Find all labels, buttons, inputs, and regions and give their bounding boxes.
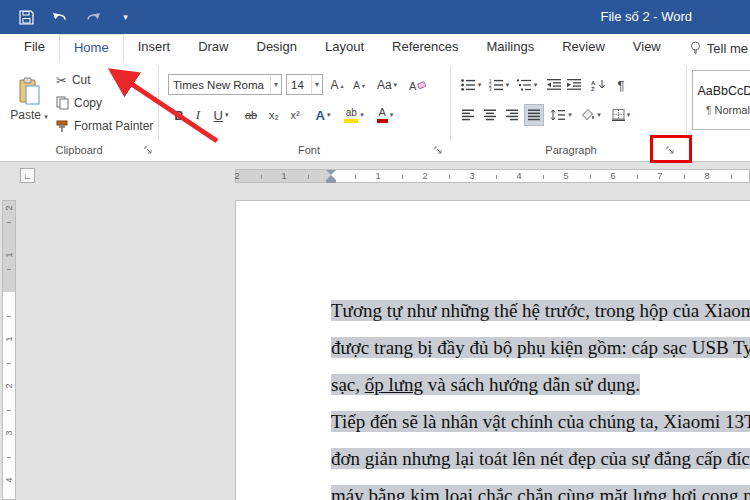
doc-line[interactable]: Tương tự như những thế hệ trước, trong h…	[331, 292, 750, 329]
increase-indent-button[interactable]	[565, 74, 583, 96]
undo-icon[interactable]	[51, 9, 68, 26]
clipboard-dialog-launcher-icon[interactable]	[142, 144, 156, 158]
font-dialog-launcher-icon[interactable]	[432, 144, 446, 158]
ruler-tick	[449, 175, 450, 179]
clear-formatting-button[interactable]: A	[405, 74, 429, 96]
copy-button[interactable]: Copy	[56, 93, 102, 113]
tab-layout[interactable]: Layout	[311, 34, 378, 62]
format-painter-button[interactable]: Format Painter	[56, 116, 153, 136]
tell-me[interactable]: Tell me	[681, 34, 750, 62]
doc-line[interactable]: được trang bị đầy đủ bộ phụ kiện gồm: cá…	[331, 329, 750, 366]
font-name-combobox[interactable]: Times New Roma ▾	[168, 74, 282, 95]
ruler-tick	[7, 222, 11, 223]
ruler-tick	[7, 457, 11, 458]
tab-stop-selector[interactable]: ∟	[20, 168, 35, 183]
ruler-number: 2	[4, 202, 14, 214]
borders-button[interactable]: ▾	[608, 104, 634, 126]
italic-button[interactable]: I	[190, 104, 206, 126]
outdent-icon	[547, 79, 562, 91]
chevron-down-icon[interactable]: ▾	[270, 75, 281, 94]
subscript-label: x₂	[269, 109, 279, 121]
numbering-button[interactable]: 123 ▾	[486, 74, 512, 96]
sort-button[interactable]: AZ	[589, 74, 609, 96]
chevron-down-icon[interactable]: ▾	[390, 111, 394, 119]
tab-draw[interactable]: Draw	[184, 34, 242, 62]
tab-file[interactable]: File	[10, 34, 59, 62]
underline-button[interactable]: U ▾	[208, 104, 234, 126]
strikethrough-button[interactable]: ab	[240, 104, 262, 126]
chevron-down-icon[interactable]: ▾	[360, 111, 364, 119]
paste-button[interactable]: Paste ▾	[6, 64, 52, 134]
horizontal-ruler[interactable]: 21123456789	[235, 169, 750, 183]
doc-line[interactable]: sạc, ốp lưng và sách hướng dẫn sử dụng.	[331, 366, 750, 403]
document-page[interactable]: Tương tự như những thế hệ trước, trong h…	[235, 200, 750, 500]
tab-references[interactable]: References	[378, 34, 472, 62]
chevron-down-icon[interactable]: ▾	[627, 111, 631, 119]
ruler-tick	[7, 316, 11, 317]
doc-line[interactable]: Tiếp đến sẽ là nhân vật chính của chúng …	[331, 403, 750, 440]
style-normal-item[interactable]: AaBbCcDc ¶ Normal	[692, 70, 750, 130]
align-left-button[interactable]	[458, 104, 478, 126]
tab-review[interactable]: Review	[548, 34, 619, 62]
tab-insert[interactable]: Insert	[124, 34, 185, 62]
grow-font-label: A	[330, 78, 338, 92]
change-case-button[interactable]: Aa▾	[373, 74, 401, 96]
multilevel-list-button[interactable]: ▾	[514, 74, 540, 96]
chevron-down-icon[interactable]: ▾	[478, 81, 482, 89]
cut-button[interactable]: ✂ Cut	[56, 70, 91, 90]
font-size-combobox[interactable]: 14 ▾	[286, 74, 323, 95]
doc-line[interactable]: máy bằng kim loại chắc chắn cùng mặt lưn…	[331, 477, 750, 500]
document-title: File số 2 - Word	[600, 0, 692, 34]
grow-font-button[interactable]: A▴	[327, 74, 347, 96]
chevron-down-icon[interactable]: ▾	[327, 111, 331, 119]
ruler-tick	[308, 175, 309, 179]
copy-icon	[56, 96, 69, 110]
subscript-button[interactable]: x₂	[264, 104, 284, 126]
show-formatting-marks-button[interactable]: ¶	[613, 74, 629, 96]
doc-line[interactable]: đơn giản nhưng lại toát lên nét đẹp của …	[331, 440, 750, 477]
justify-button[interactable]	[524, 104, 544, 126]
save-icon[interactable]	[18, 9, 35, 26]
font-color-label: A	[379, 107, 386, 118]
lightbulb-icon	[689, 41, 702, 55]
left-indent-marker[interactable]	[326, 180, 336, 183]
align-right-button[interactable]	[502, 104, 522, 126]
font-color-button[interactable]: A ▾	[372, 104, 398, 126]
ribbon-tabs: FileHomeInsertDrawDesignLayoutReferences…	[0, 34, 750, 62]
text-highlight-button[interactable]: ab ▾	[340, 104, 368, 126]
bold-button[interactable]: B	[170, 104, 188, 126]
chevron-down-icon[interactable]: ▾	[534, 81, 538, 89]
shading-button[interactable]: ▾	[578, 104, 604, 126]
highlight-icon: ab	[344, 108, 358, 123]
ruler-number: 2	[422, 171, 427, 181]
ruler-tick	[261, 175, 262, 179]
decrease-indent-button[interactable]	[545, 74, 563, 96]
tab-home[interactable]: Home	[59, 34, 124, 62]
font-name-value: Times New Roma	[173, 79, 270, 91]
superscript-button[interactable]: x²	[285, 104, 305, 126]
chevron-down-icon[interactable]: ▾	[506, 81, 510, 89]
text-effects-label: A	[316, 108, 325, 123]
selected-text-run: sạc, ốp lưng và sách hướng dẫn sử dụng.	[331, 374, 640, 395]
chevron-down-icon[interactable]: ▾	[225, 111, 229, 119]
justify-icon	[528, 109, 541, 121]
font-color-icon: A	[377, 107, 388, 123]
shrink-font-button[interactable]: A▾	[349, 74, 369, 96]
align-left-icon	[462, 109, 475, 121]
chevron-down-icon[interactable]: ▾	[568, 111, 572, 119]
change-case-label: Aa	[377, 78, 392, 92]
redo-icon[interactable]	[84, 9, 101, 26]
vertical-ruler[interactable]: 211234	[2, 200, 16, 500]
tab-mailings[interactable]: Mailings	[473, 34, 549, 62]
bullets-button[interactable]: ▾	[458, 74, 484, 96]
align-center-button[interactable]	[480, 104, 500, 126]
line-spacing-button[interactable]: ▾	[548, 104, 574, 126]
pilcrow-icon: ¶	[706, 105, 711, 116]
chevron-down-icon[interactable]: ▾	[597, 111, 601, 119]
tab-design[interactable]: Design	[243, 34, 311, 62]
text-effects-button[interactable]: A ▾	[310, 104, 336, 126]
customize-qat-icon[interactable]: ▾	[117, 9, 134, 26]
tab-view[interactable]: View	[619, 34, 675, 62]
ruler-margin-area	[3, 201, 15, 292]
chevron-down-icon[interactable]: ▾	[311, 75, 322, 94]
